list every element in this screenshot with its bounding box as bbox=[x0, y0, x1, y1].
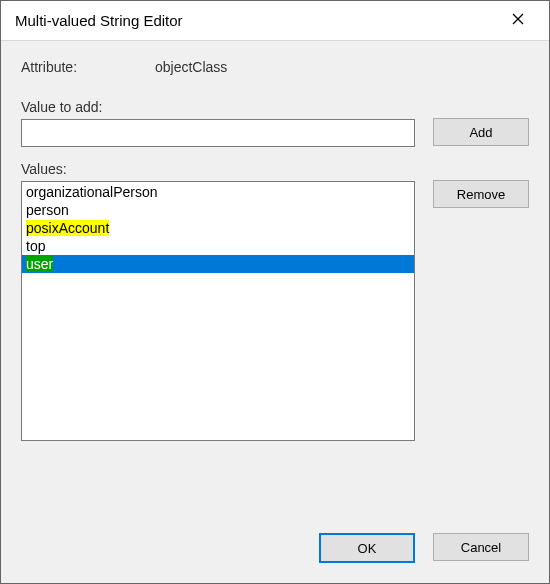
list-item-text: posixAccount bbox=[26, 220, 109, 236]
window-title: Multi-valued String Editor bbox=[15, 12, 495, 29]
close-icon bbox=[512, 13, 524, 28]
values-label: Values: bbox=[21, 161, 415, 177]
list-item-text: person bbox=[26, 202, 69, 218]
list-item-text: organizationalPerson bbox=[26, 184, 158, 200]
list-item-text: user bbox=[26, 256, 53, 272]
value-to-add-input[interactable] bbox=[21, 119, 415, 147]
attribute-value: objectClass bbox=[155, 59, 227, 75]
list-item[interactable]: person bbox=[22, 201, 414, 219]
ok-button[interactable]: OK bbox=[319, 533, 415, 563]
values-listbox[interactable]: organizationalPersonpersonposixAccountto… bbox=[21, 181, 415, 441]
dialog-footer: OK Cancel bbox=[21, 515, 529, 563]
list-item[interactable]: user bbox=[22, 255, 414, 273]
close-button[interactable] bbox=[495, 5, 541, 37]
list-item[interactable]: organizationalPerson bbox=[22, 183, 414, 201]
add-button[interactable]: Add bbox=[433, 118, 529, 146]
titlebar: Multi-valued String Editor bbox=[1, 1, 549, 41]
list-item[interactable]: top bbox=[22, 237, 414, 255]
attribute-label: Attribute: bbox=[21, 59, 155, 75]
value-to-add-label: Value to add: bbox=[21, 99, 415, 115]
dialog-window: Multi-valued String Editor Attribute: ob… bbox=[0, 0, 550, 584]
cancel-button[interactable]: Cancel bbox=[433, 533, 529, 561]
list-item-text: top bbox=[26, 238, 45, 254]
client-area: Attribute: objectClass Value to add: Add… bbox=[1, 41, 549, 583]
list-item[interactable]: posixAccount bbox=[22, 219, 414, 237]
remove-button[interactable]: Remove bbox=[433, 180, 529, 208]
attribute-row: Attribute: objectClass bbox=[21, 59, 529, 75]
